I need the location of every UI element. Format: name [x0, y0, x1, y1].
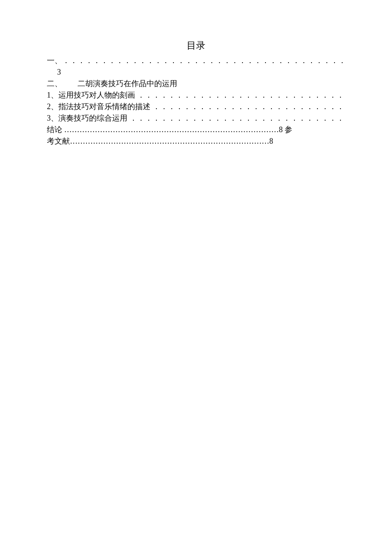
toc-line-1: 一、．．．．．．．．．．．．．．．．．．．．．．．．．．．．．．．．．．．．．．… [47, 55, 345, 66]
toc-line-7: 结论 …………………………………………………………………………8 参 [47, 124, 345, 136]
toc-line-8: 考文献……………………………………………………………………8 [47, 136, 345, 147]
toc-line-2: 3 [47, 66, 345, 78]
toc-line-4: 1、运用技巧对人物的刻画 ．．．．．．．．．．．．．．．．．．．．．．．．．．．… [47, 90, 345, 101]
table-of-contents: 一、．．．．．．．．．．．．．．．．．．．．．．．．．．．．．．．．．．．．．．… [47, 55, 345, 147]
toc-line-3: 二、 二胡演奏技巧在作品中的运用 [47, 78, 345, 90]
toc-line-5: 2、指法技巧对音乐情绪的描述 ．．．．．．．．．．．．．．．．．．．．．．．．．… [47, 101, 345, 113]
toc-title: 目录 [47, 38, 345, 52]
toc-line-6: 3、演奏技巧的综合运用 ．．．．．．．．．．．．．．．．．．．．．．．．．．．．… [47, 113, 345, 124]
